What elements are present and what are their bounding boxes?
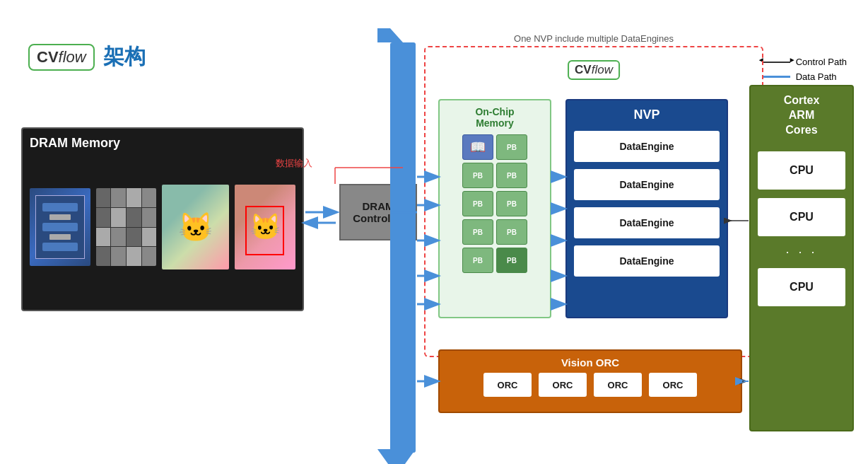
flow-diagram-image <box>30 188 90 266</box>
main-vertical-arrow <box>390 42 416 453</box>
pb-row-5: PB PB <box>445 248 544 273</box>
nvp-container-label: One NVP include multiple DataEngines <box>511 33 676 44</box>
pb-slot-3b: PB <box>496 191 527 216</box>
dram-memory-box: DRAM Memory 🐱 🐱 <box>21 127 304 311</box>
cat-image: 🐱 <box>162 185 229 269</box>
orc-slot-1: ORC <box>483 373 532 397</box>
pb-slot-5a: PB <box>462 248 493 273</box>
pb-slot-2a: PB <box>462 163 493 188</box>
dots-separator: · · · <box>758 245 845 260</box>
orc-slot-2: ORC <box>539 373 587 397</box>
cpu-box-1: CPU <box>758 151 845 190</box>
detection-box <box>245 206 284 255</box>
orc-slot-3: ORC <box>594 373 642 397</box>
dram-controller-label: DRAM Controller <box>353 200 404 224</box>
pb-book-slot: 📖 <box>462 134 493 160</box>
page-title: 架构 <box>103 42 146 71</box>
data-engine-2: DataEngine <box>574 169 720 200</box>
cat-detected-image: 🐱 <box>235 185 295 269</box>
pb-slot-5b: PB <box>496 248 527 273</box>
data-engine-3: DataEngine <box>574 207 720 238</box>
orc-slots: ORC ORC ORC ORC <box>448 373 732 397</box>
control-path-label: Control Path <box>796 57 847 67</box>
onchip-memory: On-ChipMemory 📖 PB PB PB PB PB PB PB PB … <box>438 99 551 318</box>
vision-orc-label: Vision ORC <box>448 356 732 369</box>
nvp-inner: NVP DataEngine DataEngine DataEngine Dat… <box>565 99 728 318</box>
feature-map-image <box>96 188 157 266</box>
pb-slot-2b: PB <box>496 163 527 188</box>
svg-marker-5 <box>377 449 416 464</box>
pb-row-3: PB PB <box>445 191 544 216</box>
pb-row-4: PB PB <box>445 219 544 245</box>
cortex-arm-box: Cortex ARM Cores CPU CPU · · · CPU <box>749 85 854 431</box>
pb-row-1: 📖 PB <box>445 134 544 160</box>
data-engine-4: DataEngine <box>574 245 720 277</box>
dram-memory-label: DRAM Memory <box>30 136 295 151</box>
data-engine-1: DataEngine <box>574 131 720 162</box>
orc-slot-4: ORC <box>649 373 697 397</box>
data-path-label: Data Path <box>796 71 837 82</box>
dram-images: 🐱 🐱 <box>30 156 295 298</box>
vision-orc-box: Vision ORC ORC ORC ORC ORC <box>438 349 742 413</box>
svg-marker-6 <box>377 28 403 42</box>
cpu-box-3: CPU <box>758 268 845 306</box>
cvflow-nvp-logo: CVflow <box>568 60 620 80</box>
nvp-inner-label: NVP <box>574 108 720 122</box>
pb-slot-3a: PB <box>462 191 493 216</box>
cvflow-logo-small: CVflow <box>568 60 620 80</box>
pb-slot-1b: PB <box>496 134 527 160</box>
cortex-arm-label: Cortex ARM Cores <box>758 93 845 137</box>
cv-text: CV <box>37 48 59 66</box>
cpu-box-2: CPU <box>758 198 845 236</box>
control-path-legend: Control Path <box>762 57 847 67</box>
data-input-label: 数据输入 <box>276 157 312 170</box>
book-icon: 📖 <box>470 139 486 155</box>
pb-slot-4a: PB <box>462 219 493 245</box>
title-area: CVflow 架构 <box>28 42 146 71</box>
pb-slot-4b: PB <box>496 219 527 245</box>
pb-row-2: PB PB <box>445 163 544 188</box>
dram-controller: DRAM Controller <box>339 184 417 240</box>
data-path-icon <box>762 76 790 78</box>
cvflow-logo-main: CVflow <box>28 44 95 71</box>
flow-text: flow <box>59 48 86 66</box>
cv-small: CV <box>575 63 592 76</box>
data-path-legend: Data Path <box>762 71 847 82</box>
flow-small: flow <box>592 63 613 76</box>
onchip-label: On-ChipMemory <box>445 106 544 129</box>
legend: Control Path Data Path <box>762 57 847 82</box>
control-path-icon <box>762 62 790 63</box>
